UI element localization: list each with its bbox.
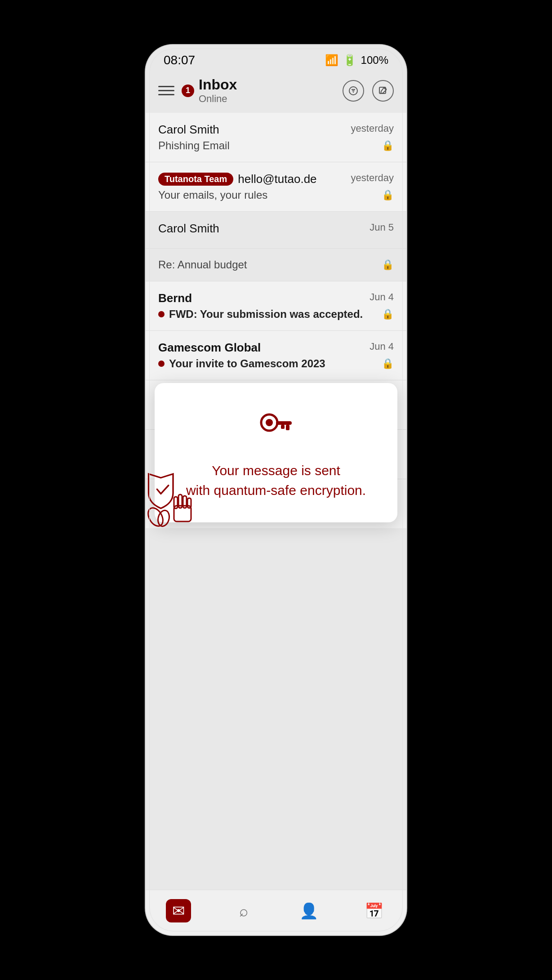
inbox-title: Inbox	[199, 76, 343, 93]
status-time: 08:07	[164, 53, 195, 67]
email-subject: Your invite to Gamescom 2023	[169, 357, 378, 370]
sender-with-badge: Tutanota Team hello@tutao.de	[158, 172, 317, 186]
contacts-icon: 👤	[299, 902, 318, 920]
status-bar: 08:07 📶 🔋 100%	[146, 45, 406, 72]
svg-rect-3	[174, 497, 178, 508]
search-icon: ⌕	[239, 902, 248, 920]
svg-rect-11	[276, 421, 292, 425]
lock-icon: 🔒	[382, 259, 394, 271]
email-item-carol-phishing[interactable]: Carol Smith yesterday Phishing Email 🔒	[146, 113, 406, 162]
lock-icon: 🔒	[382, 189, 394, 201]
svg-point-10	[266, 419, 273, 426]
inbox-title-block: Inbox Online	[199, 76, 343, 105]
tutanota-badge: Tutanota Team	[158, 173, 233, 186]
encryption-message: Your message is sentwith quantum-safe en…	[186, 461, 366, 500]
email-date: Jun 4	[369, 291, 394, 303]
svg-rect-12	[286, 425, 289, 430]
hamburger-menu[interactable]	[158, 86, 174, 95]
email-sender: Carol Smith	[158, 222, 219, 236]
nav-mail[interactable]: ✉	[160, 897, 196, 924]
email-date: Jun 4	[369, 341, 394, 352]
calendar-icon: 📅	[365, 902, 383, 920]
filter-button[interactable]	[343, 80, 364, 102]
email-date: Jun 5	[369, 222, 394, 233]
unread-dot	[158, 361, 165, 367]
email-subject: Re: Annual budget	[158, 258, 378, 271]
wifi-icon: 📶	[325, 54, 338, 67]
nav-contacts[interactable]: 👤	[291, 897, 327, 924]
email-item-annual-budget[interactable]: Re: Annual budget 🔒	[146, 249, 406, 281]
encryption-icon	[256, 405, 296, 450]
lock-icon: 🔒	[382, 358, 394, 370]
inbox-badge: 1	[182, 85, 194, 97]
inbox-header: 1 Inbox Online	[146, 72, 406, 113]
email-date: yesterday	[351, 123, 394, 134]
svg-rect-13	[281, 425, 285, 429]
battery-icon: 🔋	[343, 54, 356, 67]
email-sender: Carol Smith	[158, 123, 219, 137]
email-sender: Gamescom Global	[158, 341, 261, 355]
side-icons	[146, 470, 204, 530]
email-subject: FWD: Your submission was accepted.	[169, 308, 378, 321]
status-icons: 📶 🔋 100%	[325, 54, 388, 67]
email-date: yesterday	[351, 172, 394, 184]
unread-dot	[158, 311, 165, 317]
svg-point-0	[146, 505, 166, 528]
lock-icon: 🔒	[382, 308, 394, 320]
compose-button[interactable]	[372, 80, 394, 102]
phone-wrapper: 08:07 📶 🔋 100% 1 Inbox Online	[137, 29, 415, 951]
email-subject: Your emails, your rules	[158, 189, 378, 201]
nav-search[interactable]: ⌕	[226, 897, 262, 924]
bottom-nav: ✉ ⌕ 👤 📅	[146, 890, 406, 935]
header-actions	[343, 80, 394, 102]
email-item-tutanota[interactable]: Tutanota Team hello@tutao.de yesterday Y…	[146, 162, 406, 212]
email-item-bernd[interactable]: Bernd Jun 4 FWD: Your submission was acc…	[146, 281, 406, 331]
shield-hand-icon	[146, 470, 204, 528]
email-subject: Phishing Email	[158, 139, 378, 152]
battery-percent: 100%	[361, 54, 388, 67]
badge-email-address: hello@tutao.de	[238, 172, 316, 186]
inbox-subtitle: Online	[199, 93, 343, 105]
nav-calendar[interactable]: 📅	[356, 897, 392, 924]
lock-icon: 🔒	[382, 140, 394, 151]
email-item-gamescom[interactable]: Gamescom Global Jun 4 Your invite to Gam…	[146, 331, 406, 380]
email-item-carol-jun5[interactable]: Carol Smith Jun 5	[146, 212, 406, 249]
email-sender: Bernd	[158, 291, 192, 305]
svg-point-1	[156, 509, 171, 528]
mail-icon: ✉	[166, 899, 191, 922]
